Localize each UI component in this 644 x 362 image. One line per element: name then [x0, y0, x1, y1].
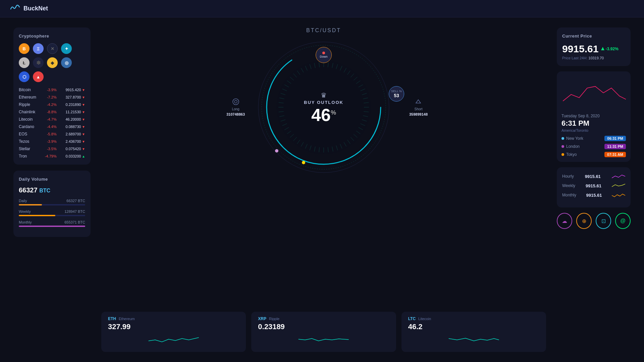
worldclock-new-york: New York 06:31 PM	[561, 136, 626, 141]
svg-line-37	[332, 146, 333, 152]
svg-line-22	[363, 98, 368, 99]
left-panel: Cryptosphere B Ξ ✕ ✦ Ł ❄ ◆ ◎ ⬡ ▲ Bitcoin…	[13, 27, 91, 352]
icon-link[interactable]: ⬡	[19, 71, 30, 82]
xrp-sparkline	[258, 333, 389, 346]
svg-line-61	[290, 77, 294, 80]
svg-line-47	[290, 134, 294, 137]
current-price-title: Current Price	[562, 34, 625, 39]
top-navigation: BuckNet	[0, 0, 644, 17]
svg-line-53	[279, 112, 284, 112]
down-arrow-icon: ▼	[82, 140, 85, 143]
city-dot-tokyo	[561, 153, 564, 156]
icon-ghost[interactable]: ❄	[33, 57, 44, 68]
price-rates-card: Hourly 9915.61 Weekly 9915.61 Monthly 99…	[557, 167, 631, 207]
icon-xrp[interactable]: ◎	[61, 57, 72, 68]
table-row: Tron -4.79% 0.033200 ▲	[19, 154, 85, 159]
down-arrow-icon: ▼	[82, 103, 85, 107]
mini-ticker-xrp: XRP Ripple 0.23189	[251, 312, 396, 352]
mini-tickers: ETH Ethereum 327.99 XRP Ripple 0.23189	[99, 312, 549, 352]
cryptosphere-title: Cryptosphere	[19, 34, 85, 39]
svg-line-18	[356, 81, 360, 84]
volume-row-daily: Daily 66327 BTC	[19, 199, 85, 205]
svg-point-69	[233, 99, 239, 105]
svg-line-23	[364, 103, 369, 103]
down-arrow-icon: ▼	[82, 125, 85, 129]
svg-line-27	[362, 120, 367, 121]
icon-ltc[interactable]: Ł	[19, 57, 30, 68]
city-dot-newyork	[561, 137, 564, 140]
table-row: Ripple -4.2% 0.231890 ▼	[19, 102, 85, 107]
long-indicator: Long 310748863	[226, 99, 245, 116]
volume-row-weekly: Weekly 128947 BTC	[19, 209, 85, 216]
svg-line-64	[301, 68, 304, 72]
eth-sparkline	[108, 333, 239, 346]
table-row: Tezos -3.9% 2.436700 ▼	[19, 139, 85, 144]
svg-line-50	[282, 124, 287, 126]
center-panel: BTC/USDT // We'll generate ticks via inl…	[99, 27, 549, 352]
mini-ticker-eth: ETH Ethereum 327.99	[101, 312, 246, 352]
at-button[interactable]: @	[615, 213, 631, 229]
up-arrow-icon: ▲	[82, 155, 85, 158]
down-arrow-icon: ▼	[82, 147, 85, 151]
chart-time: 6:31 PM	[561, 119, 626, 128]
svg-line-48	[287, 131, 291, 134]
svg-marker-71	[601, 47, 604, 50]
svg-line-38	[328, 147, 329, 152]
svg-line-16	[351, 74, 354, 77]
grid-button[interactable]: ⊡	[596, 213, 611, 229]
svg-line-46	[293, 137, 297, 141]
svg-line-15	[347, 71, 351, 75]
down-arrow-icon: ▼	[82, 96, 85, 99]
svg-line-12	[336, 64, 338, 69]
icon-xlm[interactable]: ✦	[61, 43, 72, 54]
svg-line-41	[314, 146, 315, 152]
worldclock-london: London 11:31 PM	[561, 144, 626, 149]
rate-row-monthly: Monthly 9915.61	[562, 192, 625, 198]
price-sub-label: Price Last 24H: 10319.70	[562, 56, 625, 60]
svg-line-52	[279, 116, 284, 117]
icon-eth[interactable]: Ξ	[33, 43, 44, 54]
table-row: EOS -5.8% 2.689700 ▼	[19, 132, 85, 136]
weekly-sparkline	[612, 183, 625, 189]
daily-volume-card: Daily Volume 66327 BTC Daily 66327 BTC W…	[13, 171, 91, 237]
cloud-button[interactable]: ☁	[557, 213, 572, 229]
icon-x[interactable]: ✕	[47, 43, 58, 54]
rate-row-weekly: Weekly 9915.61	[562, 183, 625, 189]
satellite-button[interactable]: ⊕	[576, 213, 592, 229]
coin-list: Bitcoin -3.9% 9915.420 ▼ Ethereum -7.2% …	[19, 87, 85, 159]
svg-line-57	[281, 93, 285, 95]
svg-line-30	[356, 131, 360, 134]
svg-line-67	[314, 63, 315, 68]
logo-text: BuckNet	[23, 5, 48, 12]
table-row: Ethereum -7.2% 327.8700 ▼	[19, 95, 85, 100]
svg-line-42	[310, 145, 311, 150]
icon-bnb[interactable]: ◆	[47, 57, 58, 68]
svg-line-34	[344, 142, 346, 146]
svg-line-11	[332, 63, 333, 68]
gauge-container: // We'll generate ticks via inline - act…	[253, 37, 394, 178]
logo-area: BuckNet	[10, 4, 48, 13]
rate-row-hourly: Hourly 9915.61	[562, 173, 625, 179]
table-row: Stellar -3.5% 0.075420 ▼	[19, 146, 85, 151]
svg-line-31	[354, 134, 357, 137]
crypto-icon-grid: B Ξ ✕ ✦ Ł ❄ ◆ ◎ ⬡ ▲	[19, 43, 85, 82]
svg-line-36	[336, 145, 338, 150]
icon-red[interactable]: ▲	[33, 71, 44, 82]
mini-ticker-ltc: LTC Litecoin 46.2	[401, 312, 546, 352]
gauge-center: ♛ BUY OUTLOOK 46%	[304, 91, 343, 124]
table-row: Litecoin -4.7% 46.20000 ▼	[19, 117, 85, 122]
table-row: Chainlink -8.8% 11.21530 ▼	[19, 110, 85, 114]
down-arrow-icon: ▼	[82, 118, 85, 121]
hourly-sparkline	[612, 173, 625, 179]
svg-line-29	[359, 127, 363, 130]
svg-line-49	[284, 127, 289, 130]
svg-line-44	[301, 142, 304, 146]
chart-timezone: America/Toronto	[561, 128, 626, 132]
svg-line-35	[340, 144, 342, 149]
svg-line-19	[359, 85, 363, 87]
svg-line-45	[297, 140, 300, 144]
daily-volume-title: Daily Volume	[19, 177, 85, 182]
svg-line-14	[344, 68, 346, 72]
icon-btc[interactable]: B	[19, 43, 30, 54]
svg-line-63	[297, 71, 300, 75]
